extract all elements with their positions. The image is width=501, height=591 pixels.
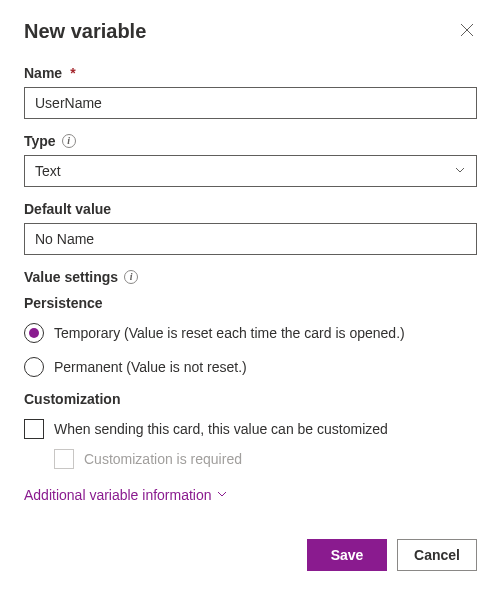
name-label-text: Name [24,65,62,81]
checkbox-icon [24,419,44,439]
radio-permanent[interactable]: Permanent (Value is not reset.) [24,357,477,377]
required-indicator: * [70,65,75,81]
value-settings-label: Value settings i [24,269,477,285]
additional-info-toggle[interactable]: Additional variable information [24,487,477,503]
checkbox-required: Customization is required [54,449,477,469]
radio-button-icon [24,323,44,343]
value-settings-label-text: Value settings [24,269,118,285]
checkbox-customize[interactable]: When sending this card, this value can b… [24,419,477,439]
checkbox-customize-label: When sending this card, this value can b… [54,421,388,437]
default-value-label-text: Default value [24,201,111,217]
customization-label: Customization [24,391,477,407]
name-label: Name* [24,65,477,81]
dialog-title: New variable [24,20,146,43]
checkbox-icon [54,449,74,469]
chevron-down-icon [216,487,228,503]
radio-button-icon [24,357,44,377]
type-label-text: Type [24,133,56,149]
type-select-value: Text [35,163,61,179]
persistence-label: Persistence [24,295,477,311]
radio-temporary[interactable]: Temporary (Value is reset each time the … [24,323,477,343]
save-button[interactable]: Save [307,539,387,571]
name-input[interactable] [24,87,477,119]
info-icon[interactable]: i [124,270,138,284]
checkbox-required-label: Customization is required [84,451,242,467]
close-icon [460,23,474,40]
default-value-label: Default value [24,201,477,217]
chevron-down-icon [454,163,466,179]
default-value-input[interactable] [24,223,477,255]
radio-temporary-label: Temporary (Value is reset each time the … [54,325,405,341]
close-button[interactable] [457,22,477,42]
additional-info-label: Additional variable information [24,487,212,503]
cancel-button[interactable]: Cancel [397,539,477,571]
info-icon[interactable]: i [62,134,76,148]
type-label: Type i [24,133,477,149]
radio-permanent-label: Permanent (Value is not reset.) [54,359,247,375]
type-select[interactable]: Text [24,155,477,187]
